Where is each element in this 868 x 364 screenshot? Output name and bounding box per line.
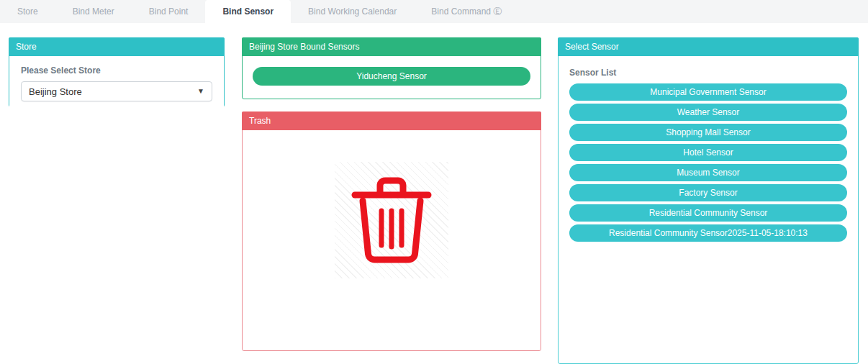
tab-bind-meter[interactable]: Bind Meter	[55, 0, 132, 23]
caret-down-icon: ▼	[197, 88, 204, 95]
tab-bind-sensor[interactable]: Bind Sensor	[205, 0, 291, 23]
store-select-value: Beijing Store	[29, 86, 82, 97]
sensor-pill[interactable]: Factory Sensor	[569, 184, 847, 201]
sensor-pill[interactable]: Residential Community Sensor2025-11-05-1…	[569, 224, 847, 242]
store-panel-title: Store	[9, 37, 225, 56]
store-panel: Store Please Select Store Beijing Store …	[9, 37, 225, 107]
trash-panel-title: Trash	[242, 112, 541, 130]
sensor-pill[interactable]: Shopping Mall Sensor	[569, 124, 847, 141]
sensor-pill[interactable]: Museum Sensor	[569, 164, 847, 181]
select-sensor-panel-title: Select Sensor	[558, 37, 859, 56]
tab-bind-working-calendar[interactable]: Bind Working Calendar	[291, 0, 414, 23]
trash-icon	[348, 170, 435, 270]
tab-store[interactable]: Store	[0, 0, 55, 23]
sensor-pill[interactable]: Weather Sensor	[569, 104, 847, 121]
tab-bind-command[interactable]: Bind Command Ⓔ	[414, 0, 519, 23]
trash-panel: Trash	[242, 112, 541, 351]
sensor-list: Municipal Government SensorWeather Senso…	[569, 83, 847, 242]
sensor-pill[interactable]: Municipal Government Sensor	[569, 83, 847, 101]
store-select[interactable]: Beijing Store ▼	[21, 81, 212, 101]
sensor-list-label: Sensor List	[569, 68, 847, 78]
bound-sensor-list: Yiducheng Sensor	[253, 67, 530, 86]
trash-drop-zone[interactable]	[335, 162, 448, 278]
sensor-pill[interactable]: Hotel Sensor	[569, 144, 847, 161]
tab-bar: Store Bind Meter Bind Point Bind Sensor …	[0, 0, 868, 23]
bound-sensors-panel-title: Beijing Store Bound Sensors	[242, 37, 541, 56]
sensor-pill[interactable]: Residential Community Sensor	[569, 204, 847, 222]
store-select-label: Please Select Store	[21, 65, 212, 76]
bound-sensor-pill[interactable]: Yiducheng Sensor	[253, 67, 530, 86]
tab-bind-point[interactable]: Bind Point	[132, 0, 206, 23]
bound-sensors-panel: Beijing Store Bound Sensors Yiducheng Se…	[242, 37, 541, 99]
select-sensor-panel: Select Sensor Sensor List Municipal Gove…	[558, 37, 859, 364]
